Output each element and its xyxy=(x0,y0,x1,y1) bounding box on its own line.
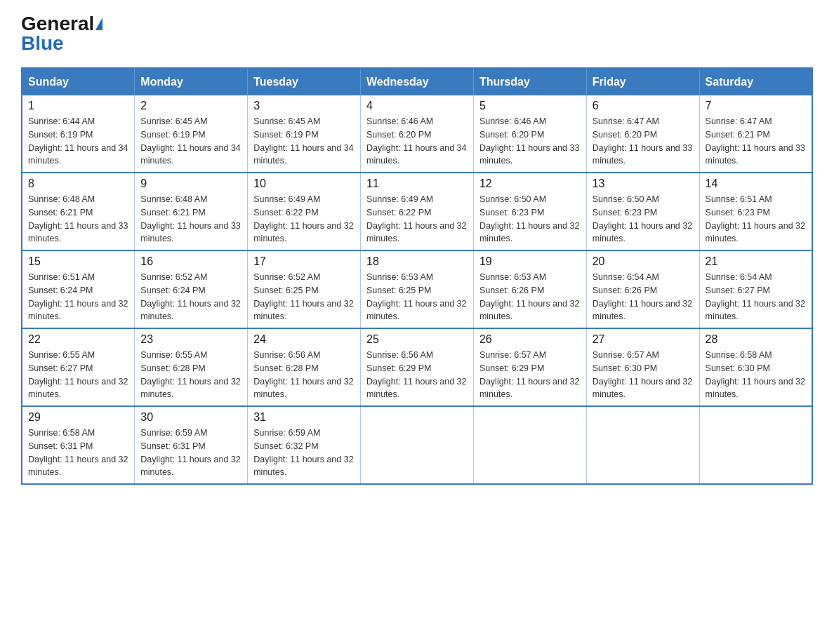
day-info: Sunrise: 6:52 AMSunset: 6:24 PMDaylight:… xyxy=(140,271,241,323)
day-number: 25 xyxy=(366,333,468,346)
day-number: 31 xyxy=(253,411,355,424)
day-info: Sunrise: 6:57 AMSunset: 6:29 PMDaylight:… xyxy=(479,349,581,401)
calendar-cell: 28 Sunrise: 6:58 AMSunset: 6:30 PMDaylig… xyxy=(699,328,812,406)
col-header-thursday: Thursday xyxy=(473,68,586,95)
calendar-cell: 19 Sunrise: 6:53 AMSunset: 6:26 PMDaylig… xyxy=(473,250,586,328)
calendar-cell: 9 Sunrise: 6:48 AMSunset: 6:21 PMDayligh… xyxy=(135,173,248,250)
calendar-cell: 11 Sunrise: 6:49 AMSunset: 6:22 PMDaylig… xyxy=(361,173,474,250)
day-info: Sunrise: 6:50 AMSunset: 6:23 PMDaylight:… xyxy=(479,193,581,246)
day-info: Sunrise: 6:48 AMSunset: 6:21 PMDaylight:… xyxy=(28,193,128,246)
day-info: Sunrise: 6:47 AMSunset: 6:21 PMDaylight:… xyxy=(706,115,806,168)
calendar-cell: 7 Sunrise: 6:47 AMSunset: 6:21 PMDayligh… xyxy=(699,95,812,173)
day-info: Sunrise: 6:49 AMSunset: 6:22 PMDaylight:… xyxy=(253,193,355,246)
page-header: General Blue xyxy=(21,14,813,53)
day-number: 27 xyxy=(593,333,694,346)
day-number: 16 xyxy=(140,255,241,268)
day-number: 4 xyxy=(366,100,468,112)
calendar-table: SundayMondayTuesdayWednesdayThursdayFrid… xyxy=(21,67,813,485)
day-number: 22 xyxy=(28,333,128,346)
day-info: Sunrise: 6:59 AMSunset: 6:31 PMDaylight:… xyxy=(140,427,241,479)
day-number: 15 xyxy=(28,255,128,268)
calendar-cell: 6 Sunrise: 6:47 AMSunset: 6:20 PMDayligh… xyxy=(586,95,699,173)
calendar-cell: 27 Sunrise: 6:57 AMSunset: 6:30 PMDaylig… xyxy=(586,328,699,406)
calendar-cell: 14 Sunrise: 6:51 AMSunset: 6:23 PMDaylig… xyxy=(699,173,812,250)
day-number: 29 xyxy=(28,411,128,424)
calendar-cell: 22 Sunrise: 6:55 AMSunset: 6:27 PMDaylig… xyxy=(22,328,135,406)
calendar-cell: 24 Sunrise: 6:56 AMSunset: 6:28 PMDaylig… xyxy=(248,328,361,406)
calendar-cell: 10 Sunrise: 6:49 AMSunset: 6:22 PMDaylig… xyxy=(248,173,361,250)
day-info: Sunrise: 6:50 AMSunset: 6:23 PMDaylight:… xyxy=(593,193,694,246)
calendar-cell: 18 Sunrise: 6:53 AMSunset: 6:25 PMDaylig… xyxy=(361,250,474,328)
day-info: Sunrise: 6:58 AMSunset: 6:31 PMDaylight:… xyxy=(28,427,128,479)
calendar-cell xyxy=(473,406,586,484)
calendar-cell: 15 Sunrise: 6:51 AMSunset: 6:24 PMDaylig… xyxy=(22,250,135,328)
day-number: 1 xyxy=(28,100,128,112)
logo-triangle-icon xyxy=(95,18,102,30)
day-info: Sunrise: 6:45 AMSunset: 6:19 PMDaylight:… xyxy=(253,115,355,168)
day-number: 12 xyxy=(479,177,581,190)
day-info: Sunrise: 6:53 AMSunset: 6:25 PMDaylight:… xyxy=(366,271,468,323)
day-number: 26 xyxy=(479,333,581,346)
col-header-tuesday: Tuesday xyxy=(248,68,361,95)
calendar-cell xyxy=(699,406,812,484)
calendar-cell: 30 Sunrise: 6:59 AMSunset: 6:31 PMDaylig… xyxy=(135,406,248,484)
calendar-week-row: 29 Sunrise: 6:58 AMSunset: 6:31 PMDaylig… xyxy=(22,406,812,484)
logo-blue: Blue xyxy=(21,34,64,53)
day-number: 6 xyxy=(593,100,694,112)
calendar-cell: 13 Sunrise: 6:50 AMSunset: 6:23 PMDaylig… xyxy=(586,173,699,250)
day-info: Sunrise: 6:54 AMSunset: 6:26 PMDaylight:… xyxy=(593,271,694,323)
day-number: 23 xyxy=(140,333,241,346)
day-number: 19 xyxy=(479,255,581,268)
day-info: Sunrise: 6:51 AMSunset: 6:24 PMDaylight:… xyxy=(28,271,128,323)
day-number: 20 xyxy=(593,255,694,268)
day-info: Sunrise: 6:47 AMSunset: 6:20 PMDaylight:… xyxy=(593,115,694,168)
day-info: Sunrise: 6:46 AMSunset: 6:20 PMDaylight:… xyxy=(479,115,581,168)
day-info: Sunrise: 6:44 AMSunset: 6:19 PMDaylight:… xyxy=(28,115,128,168)
calendar-week-row: 15 Sunrise: 6:51 AMSunset: 6:24 PMDaylig… xyxy=(22,250,812,328)
day-info: Sunrise: 6:48 AMSunset: 6:21 PMDaylight:… xyxy=(140,193,241,246)
calendar-cell: 16 Sunrise: 6:52 AMSunset: 6:24 PMDaylig… xyxy=(135,250,248,328)
col-header-monday: Monday xyxy=(135,68,248,95)
calendar-cell xyxy=(586,406,699,484)
day-number: 7 xyxy=(706,100,806,112)
day-info: Sunrise: 6:54 AMSunset: 6:27 PMDaylight:… xyxy=(706,271,806,323)
day-number: 24 xyxy=(253,333,355,346)
calendar-cell: 25 Sunrise: 6:56 AMSunset: 6:29 PMDaylig… xyxy=(361,328,474,406)
col-header-wednesday: Wednesday xyxy=(361,68,474,95)
calendar-cell: 26 Sunrise: 6:57 AMSunset: 6:29 PMDaylig… xyxy=(473,328,586,406)
calendar-header-row: SundayMondayTuesdayWednesdayThursdayFrid… xyxy=(22,68,812,95)
calendar-cell: 8 Sunrise: 6:48 AMSunset: 6:21 PMDayligh… xyxy=(22,173,135,250)
calendar-cell xyxy=(361,406,474,484)
day-number: 21 xyxy=(706,255,806,268)
day-info: Sunrise: 6:51 AMSunset: 6:23 PMDaylight:… xyxy=(706,193,806,246)
day-number: 18 xyxy=(366,255,468,268)
day-info: Sunrise: 6:45 AMSunset: 6:19 PMDaylight:… xyxy=(140,115,241,168)
calendar-week-row: 1 Sunrise: 6:44 AMSunset: 6:19 PMDayligh… xyxy=(22,95,812,173)
day-number: 5 xyxy=(479,100,581,112)
day-number: 14 xyxy=(706,177,806,190)
day-info: Sunrise: 6:46 AMSunset: 6:20 PMDaylight:… xyxy=(366,115,468,168)
calendar-cell: 5 Sunrise: 6:46 AMSunset: 6:20 PMDayligh… xyxy=(473,95,586,173)
calendar-cell: 29 Sunrise: 6:58 AMSunset: 6:31 PMDaylig… xyxy=(22,406,135,484)
col-header-saturday: Saturday xyxy=(699,68,812,95)
calendar-week-row: 22 Sunrise: 6:55 AMSunset: 6:27 PMDaylig… xyxy=(22,328,812,406)
calendar-cell: 2 Sunrise: 6:45 AMSunset: 6:19 PMDayligh… xyxy=(135,95,248,173)
calendar-cell: 3 Sunrise: 6:45 AMSunset: 6:19 PMDayligh… xyxy=(248,95,361,173)
day-info: Sunrise: 6:56 AMSunset: 6:29 PMDaylight:… xyxy=(366,349,468,401)
calendar-cell: 17 Sunrise: 6:52 AMSunset: 6:25 PMDaylig… xyxy=(248,250,361,328)
col-header-friday: Friday xyxy=(586,68,699,95)
calendar-week-row: 8 Sunrise: 6:48 AMSunset: 6:21 PMDayligh… xyxy=(22,173,812,250)
col-header-sunday: Sunday xyxy=(22,68,135,95)
day-info: Sunrise: 6:52 AMSunset: 6:25 PMDaylight:… xyxy=(253,271,355,323)
day-info: Sunrise: 6:49 AMSunset: 6:22 PMDaylight:… xyxy=(366,193,468,246)
day-number: 8 xyxy=(28,177,128,190)
calendar-cell: 12 Sunrise: 6:50 AMSunset: 6:23 PMDaylig… xyxy=(473,173,586,250)
calendar-cell: 20 Sunrise: 6:54 AMSunset: 6:26 PMDaylig… xyxy=(586,250,699,328)
day-info: Sunrise: 6:55 AMSunset: 6:27 PMDaylight:… xyxy=(28,349,128,401)
day-number: 28 xyxy=(706,333,806,346)
day-number: 10 xyxy=(253,177,355,190)
day-info: Sunrise: 6:58 AMSunset: 6:30 PMDaylight:… xyxy=(706,349,806,401)
day-info: Sunrise: 6:56 AMSunset: 6:28 PMDaylight:… xyxy=(253,349,355,401)
logo-general: General xyxy=(21,14,94,34)
day-number: 2 xyxy=(140,100,241,112)
